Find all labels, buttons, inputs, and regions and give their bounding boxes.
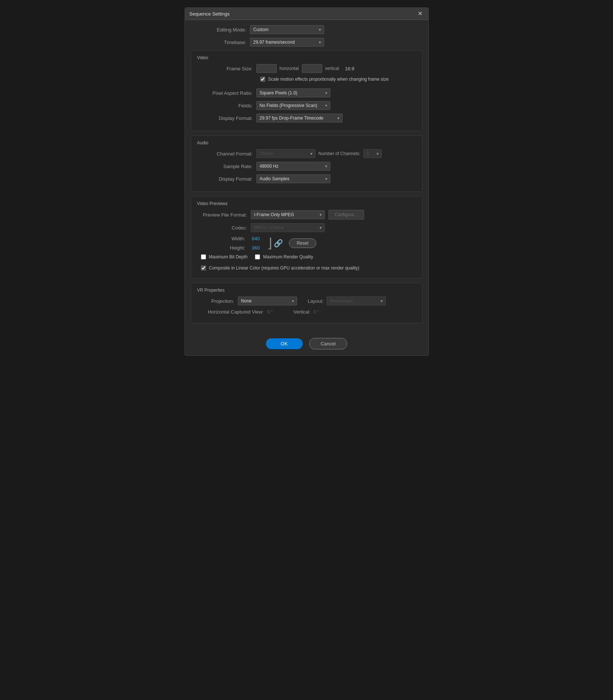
num-channels-select[interactable]: 2: [363, 149, 382, 158]
max-bit-depth-label: Maximum Bit Depth: [209, 254, 248, 259]
bit-render-checkboxes-row: Maximum Bit Depth Maximum Render Quality: [197, 254, 416, 262]
video-display-format-select[interactable]: 29.97 fps Drop-Frame Timecode 29.97 fps …: [256, 114, 343, 123]
timebase-select[interactable]: 29.97 frames/second 23.976 frames/second…: [250, 38, 324, 47]
sample-rate-select[interactable]: 48000 Hz 44100 Hz 96000 Hz: [256, 162, 330, 171]
channel-format-label: Channel Format:: [197, 151, 256, 157]
sample-rate-select-wrapper: 48000 Hz 44100 Hz 96000 Hz: [256, 162, 330, 171]
composite-linear-label: Composite in Linear Color (requires GPU …: [209, 265, 360, 271]
editing-mode-row: Editing Mode: Custom DV NTSC DV PAL: [191, 25, 422, 34]
fields-row: Fields: No Fields (Progressive Scan) Upp…: [197, 101, 416, 110]
frame-width-input[interactable]: 640: [256, 64, 277, 73]
layout-select-wrapper: Monoscopic: [327, 297, 386, 305]
link-icon: 🔗: [274, 239, 283, 248]
composite-linear-row: Composite in Linear Color (requires GPU …: [197, 265, 416, 271]
preview-file-format-label: Preview File Format:: [197, 212, 251, 218]
timebase-row: Timebase: 29.97 frames/second 23.976 fra…: [191, 38, 422, 47]
channel-format-row: Channel Format: Stereo Number of Channel…: [197, 149, 416, 158]
preview-file-format-select[interactable]: I-Frame Only MPEG QuickTime None: [251, 210, 325, 219]
aspect-ratio-label: 16:9: [345, 66, 354, 71]
channel-format-select-wrapper: Stereo: [256, 149, 316, 158]
width-label: Width:: [201, 236, 249, 241]
video-section: Video Frame Size: 640 horizontal 360 ver…: [191, 50, 422, 131]
cancel-button[interactable]: Cancel: [309, 338, 347, 349]
pixel-aspect-row: Pixel Aspect Ratio: Square Pixels (1.0) …: [197, 88, 416, 97]
preview-file-format-select-wrapper: I-Frame Only MPEG QuickTime None: [251, 210, 325, 219]
preview-file-format-row: Preview File Format: I-Frame Only MPEG Q…: [197, 210, 416, 220]
audio-display-format-select[interactable]: Audio Samples Milliseconds: [256, 174, 330, 183]
channel-format-select[interactable]: Stereo: [256, 149, 316, 158]
audio-section: Audio Channel Format: Stereo Number of C…: [191, 135, 422, 192]
max-bit-depth-container: Maximum Bit Depth: [201, 254, 248, 259]
video-previews-section: Video Previews Preview File Format: I-Fr…: [191, 196, 422, 278]
fields-select-wrapper: No Fields (Progressive Scan) Upper Field…: [256, 101, 330, 110]
num-channels-select-wrapper: 2: [363, 149, 382, 158]
scale-checkbox-container: Scale motion effects proportionally when…: [260, 77, 389, 82]
codec-label: Codec:: [197, 225, 251, 231]
fields-label: Fields:: [197, 103, 256, 108]
bracket-icon: ⌋: [267, 237, 272, 250]
height-label: Height:: [201, 245, 249, 251]
video-display-format-label: Display Format:: [197, 115, 256, 121]
audio-section-title: Audio: [197, 140, 416, 145]
editing-mode-label: Editing Mode:: [191, 27, 250, 33]
bracket-link-container: ⌋ 🔗: [267, 237, 283, 250]
audio-display-format-row: Display Format: Audio Samples Millisecon…: [197, 174, 416, 183]
sample-rate-row: Sample Rate: 48000 Hz 44100 Hz 96000 Hz: [197, 162, 416, 171]
codec-select[interactable]: MPEG I-Frame: [251, 223, 325, 232]
frame-height-input[interactable]: 360: [302, 64, 322, 73]
projection-layout-row: Projection: None Equirectangular Layout:…: [197, 297, 416, 305]
codec-row: Codec: MPEG I-Frame: [197, 223, 416, 232]
scale-checkbox[interactable]: [260, 77, 265, 82]
composite-linear-checkbox[interactable]: [201, 265, 206, 271]
editing-mode-select[interactable]: Custom DV NTSC DV PAL: [250, 25, 324, 34]
scale-checkbox-label: Scale motion effects proportionally when…: [268, 77, 389, 82]
video-display-format-row: Display Format: 29.97 fps Drop-Frame Tim…: [197, 114, 416, 123]
timebase-select-wrapper: 29.97 frames/second 23.976 frames/second…: [250, 38, 324, 47]
frame-size-row: Frame Size: 640 horizontal 360 vertical …: [197, 64, 416, 73]
horizontal-label: horizontal: [280, 66, 299, 71]
height-value: 360: [252, 245, 260, 251]
vertical-label: vertical: [325, 66, 339, 71]
dialog-body: Editing Mode: Custom DV NTSC DV PAL Time…: [185, 20, 428, 333]
video-previews-title: Video Previews: [197, 201, 416, 206]
width-value: 640: [252, 236, 260, 241]
max-render-quality-checkbox[interactable]: [255, 254, 260, 259]
max-bit-depth-checkbox[interactable]: [201, 254, 206, 259]
hcv-value: 0 °: [267, 309, 273, 315]
ok-button[interactable]: OK: [266, 338, 303, 349]
num-channels-label: Number of Channels:: [319, 151, 360, 156]
close-button[interactable]: ✕: [416, 11, 424, 17]
width-height-fields: Width: 640 Height: 360: [201, 236, 260, 251]
max-render-quality-container: Maximum Render Quality: [255, 254, 313, 259]
width-row: Width: 640: [201, 236, 260, 241]
vr-properties-title: VR Properties: [197, 288, 416, 293]
height-row: Height: 360: [201, 245, 260, 251]
audio-display-format-select-wrapper: Audio Samples Milliseconds: [256, 174, 330, 183]
vr-properties-section: VR Properties Projection: None Equirecta…: [191, 283, 422, 323]
editing-mode-select-wrapper: Custom DV NTSC DV PAL: [250, 25, 324, 34]
max-render-quality-label: Maximum Render Quality: [263, 254, 313, 259]
sequence-settings-dialog: Sequence Settings ✕ Editing Mode: Custom…: [185, 7, 429, 356]
footer: OK Cancel: [185, 333, 428, 355]
frame-size-label: Frame Size:: [197, 66, 256, 71]
hcv-vertical-row: Horizontal Captured View: 0 ° Vertical: …: [197, 309, 416, 315]
pixel-aspect-select[interactable]: Square Pixels (1.0) D1/DV NTSC (0.9091): [256, 88, 330, 97]
scale-checkbox-row: Scale motion effects proportionally when…: [197, 77, 416, 85]
configure-button[interactable]: Configure...: [329, 210, 364, 220]
projection-select-wrapper: None Equirectangular: [238, 297, 297, 305]
dialog-title: Sequence Settings: [189, 11, 230, 17]
reset-button[interactable]: Reset: [289, 238, 316, 248]
codec-select-wrapper: MPEG I-Frame: [251, 223, 325, 232]
width-height-container: Width: 640 Height: 360 ⌋ 🔗 Reset: [197, 236, 416, 251]
pixel-aspect-select-wrapper: Square Pixels (1.0) D1/DV NTSC (0.9091): [256, 88, 330, 97]
projection-select[interactable]: None Equirectangular: [238, 297, 297, 305]
vertical-label: Vertical:: [273, 309, 313, 315]
title-bar: Sequence Settings ✕: [185, 8, 428, 20]
audio-display-format-label: Display Format:: [197, 176, 256, 182]
layout-select[interactable]: Monoscopic: [327, 297, 386, 305]
layout-label: Layout:: [297, 298, 327, 304]
video-section-title: Video: [197, 55, 416, 60]
hcv-label: Horizontal Captured View:: [197, 309, 267, 315]
fields-select[interactable]: No Fields (Progressive Scan) Upper Field…: [256, 101, 330, 110]
video-display-format-select-wrapper: 29.97 fps Drop-Frame Timecode 29.97 fps …: [256, 114, 343, 123]
